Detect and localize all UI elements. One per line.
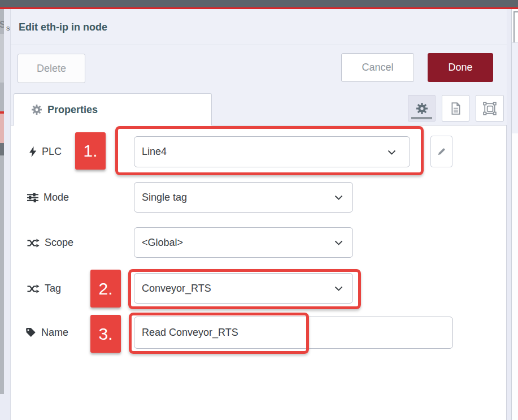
cancel-button[interactable]: Cancel <box>341 53 414 82</box>
tab-properties[interactable]: Properties <box>14 93 212 125</box>
background-segment <box>0 394 4 420</box>
background-segment <box>0 34 4 83</box>
chevron-down-icon <box>334 195 343 200</box>
background-text-fragment: S <box>0 20 4 30</box>
delete-button[interactable]: Delete <box>18 54 85 83</box>
annotation-badge-2: 2. <box>90 270 121 308</box>
description-tab-button[interactable] <box>442 95 469 122</box>
background-segment <box>0 143 4 155</box>
browser-topbar <box>0 0 518 7</box>
annotation-badge-1: 1. <box>75 132 106 170</box>
mode-select[interactable]: Single tag <box>134 182 353 213</box>
properties-tab-button[interactable] <box>408 95 436 122</box>
background-text-fragment: s <box>6 24 10 32</box>
bolt-icon <box>29 146 37 157</box>
document-icon <box>451 102 461 115</box>
appearance-tab-button[interactable] <box>476 95 504 122</box>
background-segment <box>512 42 518 133</box>
tag-select-value: Conveyor_RTS <box>142 283 211 295</box>
scope-field-label: Scope <box>27 227 73 258</box>
plc-field-label: PLC <box>29 136 62 167</box>
gear-icon <box>32 105 42 115</box>
name-input[interactable] <box>134 317 453 349</box>
scope-label-text: Scope <box>45 237 73 249</box>
appearance-icon <box>483 102 497 115</box>
gear-icon <box>416 103 428 114</box>
plc-select-value: Line4 <box>142 146 167 158</box>
dialog-title: Edit eth-ip in node <box>19 9 301 45</box>
mode-field-label: Mode <box>27 182 69 213</box>
header-divider <box>11 45 507 45</box>
plc-label-text: PLC <box>42 146 62 158</box>
sliders-icon <box>27 193 38 202</box>
tab-properties-label: Properties <box>47 104 98 116</box>
shuffle-icon <box>27 239 40 248</box>
edit-plc-config-button[interactable] <box>430 136 452 167</box>
tag-icon <box>25 327 36 338</box>
done-button[interactable]: Done <box>428 53 493 82</box>
mode-select-value: Single tag <box>142 192 187 203</box>
background-left-strip: s <box>4 9 11 420</box>
scope-select[interactable]: <Global> <box>134 227 353 258</box>
background-node-fragment <box>0 111 4 148</box>
pencil-icon <box>437 147 446 157</box>
tag-field-label: Tag <box>27 273 61 304</box>
background-left-column: S <box>0 9 4 420</box>
chevron-down-icon <box>388 150 396 155</box>
name-label-text: Name <box>41 327 68 339</box>
name-field-label: Name <box>25 317 68 349</box>
plc-select[interactable]: Line4 <box>134 136 410 167</box>
active-tab-underline <box>411 117 432 119</box>
tag-label-text: Tag <box>45 283 61 295</box>
shuffle-icon <box>27 284 40 293</box>
annotation-badge-3: 3. <box>90 315 121 353</box>
chevron-down-icon <box>334 240 343 245</box>
background-panel-fragment <box>513 11 518 44</box>
tag-select[interactable]: Conveyor_RTS <box>134 273 353 304</box>
background-right-strip <box>507 9 511 420</box>
screen: S s Edit eth-ip in node Delete Cancel Do… <box>0 0 518 420</box>
chevron-down-icon <box>334 286 343 291</box>
mode-label-text: Mode <box>43 192 69 203</box>
scope-select-value: <Global> <box>142 237 183 249</box>
background-right-column <box>511 9 518 420</box>
